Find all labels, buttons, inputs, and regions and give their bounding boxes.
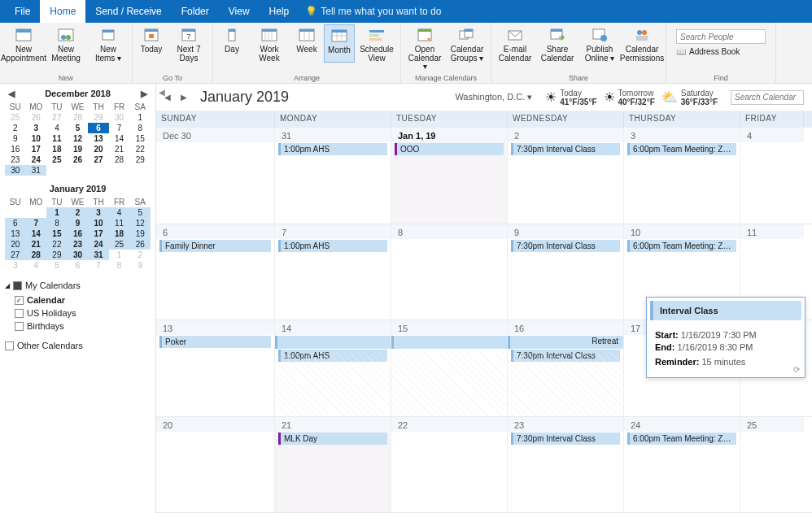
mini-cal-day[interactable]: 27 (88, 154, 109, 165)
mini-cal-day[interactable]: 7 (109, 123, 130, 133)
mini-cal-day[interactable]: 14 (26, 228, 47, 239)
mini-cal-day[interactable]: 21 (109, 144, 130, 154)
mini-cal-day[interactable]: 21 (26, 239, 47, 250)
mini-cal-day[interactable]: 5 (129, 207, 151, 218)
mini-cal-day[interactable]: 25 (109, 239, 130, 250)
mini-cal-day[interactable]: 24 (88, 239, 109, 250)
calendar-checkbox[interactable] (15, 296, 24, 305)
day-cell[interactable]: 4 (740, 128, 804, 224)
mini-cal-day[interactable]: 31 (88, 250, 109, 260)
prev-month-button[interactable]: ◀ (164, 93, 174, 102)
other-checkbox[interactable] (5, 341, 14, 350)
my-calendars-header[interactable]: ◢ My Calendars (5, 280, 151, 290)
day-cell[interactable]: 246:00pm Team Meeting: Zoom (624, 417, 740, 513)
mini-cal-day[interactable]: 27 (46, 112, 68, 123)
schedule-button[interactable]: ScheduleView (356, 24, 397, 63)
weather-location[interactable]: Washington, D.C. ▾ (455, 92, 532, 102)
other-calendars-header[interactable]: Other Calendars (5, 341, 151, 350)
mini-cal-day[interactable]: 11 (109, 218, 130, 228)
share-cal-button[interactable]: ShareCalendar (537, 24, 578, 63)
new-items-button[interactable]: NewItems ▾ (88, 24, 129, 63)
mixed-checkbox[interactable] (13, 281, 22, 290)
mini-cal-day[interactable]: 17 (26, 144, 47, 154)
multi-day-event[interactable] (275, 336, 391, 349)
mini-cal-day[interactable]: 12 (68, 133, 89, 144)
mini-cal-day[interactable]: 26 (129, 239, 151, 250)
mini-cal-day[interactable]: 2 (5, 123, 26, 133)
event-item[interactable]: Poker (159, 336, 271, 348)
mini-cal-day[interactable]: 13 (5, 228, 26, 239)
mini-cal-day[interactable]: 4 (46, 123, 68, 133)
event-item[interactable]: 7:30pm Interval Class (511, 143, 620, 155)
mini-cal-day[interactable]: 26 (68, 154, 89, 165)
calendar-item-us-holidays[interactable]: US Holidays (5, 306, 151, 320)
event-item[interactable]: 6:00pm Team Meeting: Zoom (627, 240, 736, 252)
prev-month-icon[interactable]: ◀ (8, 89, 15, 99)
menu-tab-folder[interactable]: Folder (172, 0, 219, 23)
event-item[interactable]: 7:30pm Interval Class (511, 240, 620, 252)
mini-cal-day[interactable]: 4 (109, 207, 130, 218)
mini-cal-day[interactable]: 16 (5, 144, 26, 154)
mini-cal-day[interactable]: 23 (68, 239, 89, 250)
mini-cal-day[interactable]: 9 (5, 133, 26, 144)
mini-cal-day[interactable]: 11 (46, 133, 68, 144)
mini-cal-day[interactable]: 5 (46, 260, 68, 271)
menu-tab-home[interactable]: Home (40, 0, 85, 23)
day-cell[interactable]: 237:30pm Interval Class (508, 417, 624, 513)
mini-cal-day[interactable]: 18 (46, 144, 68, 154)
mini-cal-day[interactable]: 6 (68, 260, 89, 271)
new-appt-button[interactable]: NewAppointment (3, 24, 44, 63)
mini-cal-day[interactable]: 27 (5, 250, 26, 260)
mini-cal-day[interactable]: 3 (88, 207, 109, 218)
mini-cal-day[interactable]: 24 (26, 154, 47, 165)
mini-cal-day[interactable]: 12 (129, 218, 151, 228)
event-item[interactable]: Family Dinner (159, 240, 271, 252)
event-item[interactable]: MLK Day (278, 433, 387, 445)
open-cal-button[interactable]: OpenCalendar ▾ (404, 24, 445, 72)
day-cell[interactable]: 6Family Dinner (156, 224, 275, 320)
mini-cal-day[interactable]: 13 (88, 133, 109, 144)
mini-cal-day[interactable]: 30 (109, 112, 130, 123)
day-cell[interactable]: 71:00pm AHS (275, 224, 391, 320)
mini-cal-day[interactable]: 31 (26, 165, 47, 176)
day-cell[interactable]: 27:30pm Interval Class (508, 128, 624, 224)
mini-cal-day[interactable]: 8 (109, 260, 130, 271)
cal-groups-button[interactable]: CalendarGroups ▾ (447, 24, 487, 72)
weather-day-saturday[interactable]: ⛅Saturday36°F/33°F (661, 89, 718, 107)
multi-day-event[interactable] (391, 336, 507, 349)
day-cell[interactable]: 21MLK Day (275, 417, 391, 513)
mini-cal-day[interactable]: 1 (129, 112, 151, 123)
day-cell[interactable]: Jan 1, 19OOO (391, 128, 508, 224)
today-button[interactable]: Today (136, 24, 167, 63)
mini-cal-day[interactable]: 7 (26, 218, 47, 228)
mini-cal-day[interactable]: 6 (88, 123, 109, 133)
mini-cal-day[interactable]: 8 (129, 123, 151, 133)
day-cell[interactable]: 20 (156, 417, 275, 513)
event-item[interactable]: 6:00pm Team Meeting: Zoom (627, 143, 736, 155)
mini-cal-day[interactable]: 28 (26, 250, 47, 260)
event-item[interactable]: OOO (395, 143, 504, 155)
calendar-checkbox[interactable] (15, 322, 24, 331)
mini-cal-day[interactable]: 14 (109, 133, 130, 144)
search-calendar-input[interactable] (731, 90, 804, 105)
day-cell[interactable]: 15 (391, 320, 508, 416)
next-month-icon[interactable]: ▶ (141, 89, 147, 99)
mini-cal-day[interactable]: 6 (5, 218, 26, 228)
event-item[interactable]: 1:00pm AHS (278, 143, 387, 155)
mini-cal-day[interactable]: 28 (68, 112, 89, 123)
menu-tab-help[interactable]: Help (260, 0, 299, 23)
mini-cal-day[interactable]: 20 (5, 239, 26, 250)
event-item[interactable]: 1:00pm AHS (278, 240, 387, 252)
mini-cal-day[interactable]: 1 (109, 250, 130, 260)
day-cell[interactable]: 22 (391, 417, 508, 513)
perms-button[interactable]: CalendarPermissions (622, 24, 662, 63)
day-cell[interactable]: 97:30pm Interval Class (508, 224, 624, 320)
calendar-checkbox[interactable] (15, 309, 24, 318)
calendar-item-calendar[interactable]: Calendar (5, 293, 151, 306)
event-item[interactable]: 6:00pm Team Meeting: Zoom (627, 433, 736, 445)
mini-cal-day[interactable]: 16 (68, 228, 89, 239)
next7-button[interactable]: 7Next 7Days (168, 24, 209, 63)
day-cell[interactable]: 25 (740, 417, 804, 513)
mini-cal-day[interactable]: 22 (129, 144, 151, 154)
mini-cal-day[interactable]: 15 (46, 228, 68, 239)
